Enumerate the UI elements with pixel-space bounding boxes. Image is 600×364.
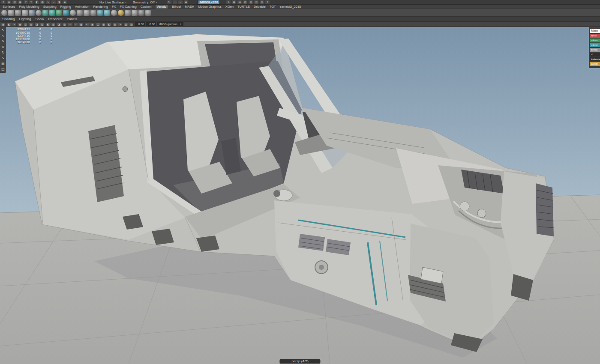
panel-menu-item[interactable]: Renderer — [48, 17, 62, 21]
smooth-mesh-icon[interactable] — [70, 10, 76, 16]
shelf-tab[interactable]: Bifrost — [172, 5, 181, 9]
outliner-icon[interactable]: ▤ — [237, 0, 242, 4]
ipr-render-icon[interactable]: ◐ — [178, 0, 183, 4]
shelf-tab[interactable]: FX — [112, 5, 116, 9]
shelf-tab[interactable]: TGT — [270, 5, 276, 9]
shelf-tab[interactable]: Surfaces — [3, 5, 15, 9]
poly-sphere-icon[interactable] — [1, 10, 7, 16]
panel-menu-item[interactable]: Panels — [67, 17, 77, 21]
extrude-icon[interactable] — [77, 10, 83, 16]
layer-row[interactable]: instance — [590, 57, 600, 61]
symmetry-dropdown[interactable]: Symmetry: Off▼ — [133, 0, 158, 4]
viewport-panel[interactable] — [0, 27, 600, 364]
lock-camera-icon[interactable]: ◧ — [6, 22, 11, 26]
safe-title-icon[interactable]: ◔ — [73, 22, 78, 26]
bookmark-icon[interactable]: ▣ — [18, 22, 22, 26]
graph-editor-icon[interactable]: ▦ — [232, 0, 236, 4]
layer-row[interactable]: aeroc — [590, 48, 600, 52]
isolate-icon[interactable]: ◨ — [129, 22, 134, 26]
field-chart-icon[interactable]: ▨ — [62, 22, 67, 26]
snap-point-icon[interactable]: ◑ — [51, 0, 56, 4]
panel-menu-item[interactable]: Show — [35, 17, 44, 21]
resolution-gate-icon[interactable]: ▧ — [51, 22, 56, 26]
colorspace-dropdown[interactable]: sRGB gamma▼ — [157, 22, 183, 26]
crystal-teal-icon[interactable] — [49, 10, 55, 16]
image-plane-icon[interactable]: ◫ — [23, 22, 28, 26]
exposure-field[interactable]: 0.00 — [135, 22, 145, 26]
layer-search-input[interactable]: Mirro — [590, 29, 600, 33]
poly-cube-icon[interactable] — [8, 10, 14, 16]
light-yellow-icon[interactable] — [118, 10, 124, 16]
shelf-tab[interactable]: Drivable — [254, 5, 266, 9]
snap-curve-icon[interactable]: ∿ — [46, 0, 50, 4]
shelf-tab[interactable]: Rendering — [93, 5, 108, 9]
live-surface-dropdown[interactable]: No Live Surface▼ — [99, 0, 127, 4]
motion-blur-icon[interactable]: ◑ — [118, 22, 123, 26]
shelf-tab[interactable]: earnedU_2018 — [280, 5, 301, 9]
target-weld-icon[interactable] — [36, 10, 42, 16]
snap-grid-icon[interactable]: ▩ — [40, 0, 45, 4]
shadows-icon[interactable]: ◧ — [107, 22, 111, 26]
layer-row[interactable]: by M — [590, 34, 600, 38]
select-tool-icon[interactable]: ↖ — [1, 28, 6, 33]
new-scene-icon[interactable]: ▤ — [7, 0, 11, 4]
lights-icon[interactable]: ▦ — [101, 22, 106, 26]
lasso-tool-icon[interactable]: ∿ — [1, 34, 6, 38]
sculpt-brush-icon[interactable] — [111, 10, 117, 16]
paint-select-tool-icon[interactable]: ✎ — [1, 39, 6, 44]
scale-tool-icon[interactable]: ↘ — [1, 56, 6, 60]
make-live-icon[interactable]: ◉ — [63, 0, 67, 4]
shelf-tab[interactable]: Motion Graphics — [198, 5, 222, 9]
shelf-tab[interactable]: FX Caching — [120, 5, 137, 9]
paint-effects-icon[interactable]: ✎ — [226, 0, 231, 4]
poly-plane-icon[interactable] — [22, 10, 28, 16]
shelf-tab[interactable]: Animation — [75, 5, 89, 9]
safe-action-icon[interactable]: ○ — [68, 22, 72, 26]
layout-single-icon[interactable]: ▦ — [1, 62, 6, 66]
layer-row[interactable]: combi — [590, 62, 600, 66]
undo-icon[interactable]: ↶ — [24, 0, 28, 4]
stereo-icon[interactable]: ◨ — [34, 22, 39, 26]
checker-uv-icon[interactable] — [97, 10, 103, 16]
content-browser-icon[interactable]: ▥ — [260, 0, 264, 4]
gem-blue-icon[interactable] — [63, 10, 69, 16]
open-scene-icon[interactable]: ▥ — [12, 0, 17, 4]
menu-toggle-icon[interactable]: ≡ — [1, 0, 6, 4]
gate-mask-icon[interactable]: ◪ — [57, 22, 61, 26]
selection-mask-icon[interactable]: ◧ — [35, 0, 39, 4]
shaded-icon[interactable]: ▣ — [90, 22, 95, 26]
node-editor-icon[interactable]: ◫ — [254, 0, 258, 4]
lattice-icon[interactable] — [138, 10, 144, 16]
shelf-tab[interactable]: MASH — [185, 5, 195, 9]
layout-four-icon[interactable]: ◫ — [1, 67, 6, 72]
layer-row[interactable]: mirror — [590, 43, 600, 47]
history-icon[interactable]: ↻ — [167, 0, 171, 4]
mirror-geo-icon[interactable] — [125, 10, 131, 16]
rotate-tool-icon[interactable]: ↻ — [1, 51, 6, 55]
shelf-tab[interactable]: Sculpting — [43, 5, 57, 9]
shelf-tab[interactable]: Arnold — [156, 5, 168, 9]
view-cube-icon[interactable]: ▤ — [29, 22, 33, 26]
checker-uv2-icon[interactable] — [104, 10, 110, 16]
uv-editor-icon[interactable]: ▨ — [249, 0, 253, 4]
film-gate-icon[interactable]: ◩ — [45, 22, 50, 26]
fill-mode-icon[interactable]: ▩ — [79, 22, 84, 26]
viewport-canvas[interactable] — [0, 27, 600, 364]
shelf-tab[interactable]: XGen — [225, 5, 234, 9]
multi-cut-icon[interactable] — [29, 10, 35, 16]
render-settings-icon[interactable]: ▣ — [184, 0, 188, 4]
symmetry-icon[interactable] — [132, 10, 138, 16]
redo-icon[interactable]: ↷ — [29, 0, 33, 4]
gamma-field[interactable]: 0.00 — [146, 22, 156, 26]
render-icon[interactable]: ◔ — [173, 0, 177, 4]
move-tool-icon[interactable]: ⊕ — [1, 45, 6, 49]
shelf-tab[interactable]: Custom — [141, 5, 152, 9]
wireframe-icon[interactable]: ◐ — [84, 22, 89, 26]
quad-draw-icon[interactable] — [42, 10, 48, 16]
bridge-icon[interactable] — [90, 10, 96, 16]
layer-row[interactable]: mirror — [590, 39, 600, 42]
curve-tool-icon[interactable] — [145, 10, 151, 16]
select-camera-icon[interactable]: ▦ — [1, 22, 6, 26]
shelf-tab[interactable]: Rigging — [60, 5, 71, 9]
hypergraph-icon[interactable]: ▧ — [243, 0, 247, 4]
